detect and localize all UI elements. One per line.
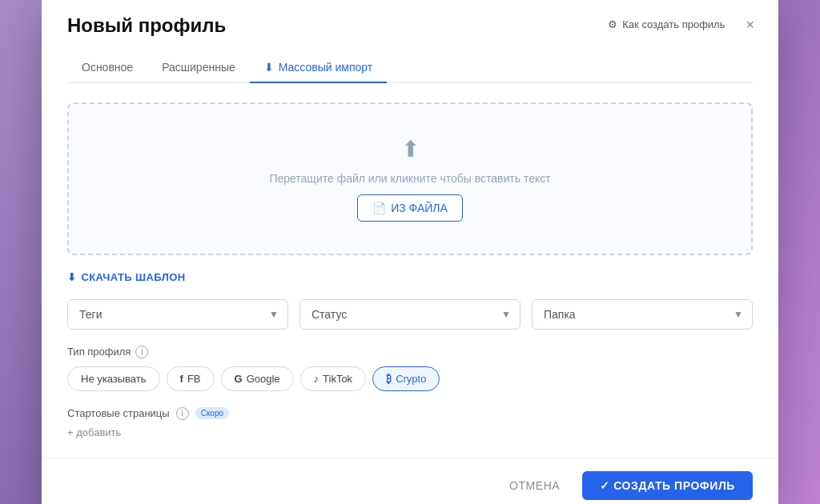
status-select[interactable]: Статус (299, 299, 521, 330)
header-actions: ⚙ Как создать профиль × (601, 14, 759, 35)
modal-body: ⬆ Перетащите файл или кликните чтобы вст… (42, 83, 778, 458)
tab-bulk[interactable]: ⬇ Массовый импорт (250, 53, 387, 83)
gear-icon: ⚙ (608, 18, 617, 30)
type-buttons: Не указывать f FB G Google ♪ TikTok ₿ Cr… (67, 366, 753, 391)
info-icon[interactable]: i (135, 346, 148, 358)
tabs: Основное Расширенные ⬇ Массовый импорт (67, 53, 753, 83)
type-btn-fb[interactable]: f FB (167, 366, 215, 391)
add-start-page-button[interactable]: + добавить (67, 426, 753, 438)
type-btn-google[interactable]: G Google (221, 366, 294, 391)
selects-row: Теги ▼ Статус ▼ Папка ▼ (67, 299, 753, 330)
cancel-button[interactable]: ОТМЕНА (498, 473, 571, 498)
tags-select[interactable]: Теги (67, 299, 288, 330)
help-button[interactable]: ⚙ Как создать профиль (601, 15, 731, 34)
type-btn-crypto[interactable]: ₿ Crypto (372, 366, 440, 391)
drop-zone[interactable]: ⬆ Перетащите файл или кликните чтобы вст… (67, 102, 753, 255)
start-pages-label-row: Стартовые страницы i Скоро (67, 407, 753, 420)
close-button[interactable]: × (741, 14, 759, 35)
type-btn-none[interactable]: Не указывать (67, 366, 160, 391)
status-select-wrapper: Статус ▼ (299, 299, 521, 330)
tab-advanced[interactable]: Расширенные (147, 53, 250, 83)
google-icon: G (235, 373, 243, 385)
start-pages-label: Стартовые страницы (67, 407, 170, 419)
download-icon: ⬇ (264, 61, 274, 74)
crypto-icon: ₿ (386, 373, 392, 385)
folder-select-wrapper: Папка ▼ (532, 299, 753, 330)
tags-select-wrapper: Теги ▼ (67, 299, 288, 330)
start-pages-section: Стартовые страницы i Скоро + добавить (67, 407, 753, 438)
modal-footer: ОТМЕНА ✓ СОЗДАТЬ ПРОФИЛЬ (42, 458, 778, 505)
tab-basic[interactable]: Основное (67, 53, 147, 83)
fb-icon: f (180, 373, 183, 385)
info-icon[interactable]: i (176, 407, 189, 420)
upload-icon: ⬆ (401, 136, 420, 162)
download-template-button[interactable]: ⬇ СКАЧАТЬ ШАБЛОН (67, 271, 185, 283)
modal-header: Новый профиль ⚙ Как создать профиль × Ос… (42, 0, 778, 83)
download-icon: ⬇ (67, 271, 76, 283)
from-file-button[interactable]: 📄 ИЗ ФАЙЛА (357, 194, 463, 222)
file-icon: 📄 (372, 202, 386, 214)
folder-select[interactable]: Папка (532, 299, 753, 330)
profile-type-section: Тип профиля i Не указывать f FB G Google… (67, 346, 753, 391)
create-profile-button[interactable]: ✓ СОЗДАТЬ ПРОФИЛЬ (582, 471, 753, 500)
modal: Новый профиль ⚙ Как создать профиль × Ос… (42, 0, 778, 504)
type-btn-tiktok[interactable]: ♪ TikTok (300, 366, 367, 391)
profile-type-label: Тип профиля i (67, 346, 753, 358)
drop-text: Перетащите файл или кликните чтобы встав… (269, 172, 550, 185)
soon-badge: Скоро (195, 407, 229, 419)
download-template-row: ⬇ СКАЧАТЬ ШАБЛОН (67, 271, 753, 283)
tiktok-icon: ♪ (314, 373, 320, 385)
